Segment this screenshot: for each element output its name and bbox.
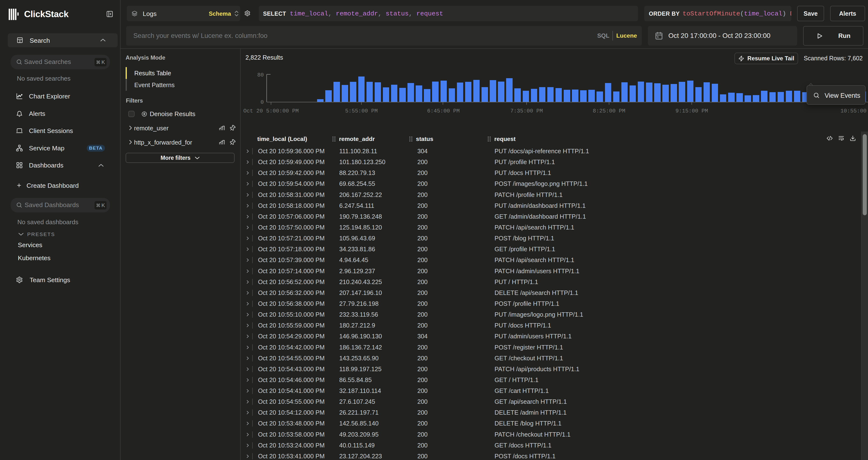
svg-text:6:45:00 PM: 6:45:00 PM	[427, 108, 460, 114]
svg-text:0: 0	[260, 99, 264, 106]
svg-text:5:55:00 PM: 5:55:00 PM	[345, 108, 378, 114]
svg-text:80: 80	[257, 72, 264, 78]
svg-text:9:15:00 PM: 9:15:00 PM	[675, 108, 708, 114]
svg-text:7:35:00 PM: 7:35:00 PM	[510, 108, 543, 114]
svg-text:10:55:00 PM: 10:55:00 PM	[840, 108, 868, 114]
svg-text:Oct 20 5:00:00 PM: Oct 20 5:00:00 PM	[243, 108, 299, 114]
svg-text:8:25:00 PM: 8:25:00 PM	[593, 108, 625, 114]
